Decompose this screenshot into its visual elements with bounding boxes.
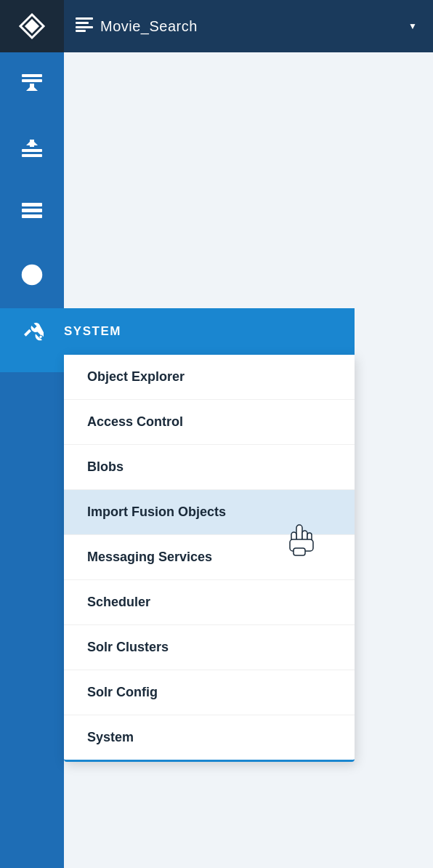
- solr-clusters-label: Solr Clusters: [87, 640, 169, 655]
- svg-rect-2: [76, 17, 93, 20]
- menu-lines-icon: [76, 17, 93, 32]
- dropdown-arrow-icon: ▼: [408, 21, 417, 31]
- messaging-services-label: Messaging Services: [87, 550, 212, 565]
- menu-item-messaging-services[interactable]: Messaging Services: [64, 535, 355, 580]
- menu-item-import-fusion-objects[interactable]: Import Fusion Objects: [64, 490, 355, 535]
- svg-rect-9: [30, 84, 34, 91]
- system-menu-label: SYSTEM: [64, 324, 121, 339]
- objects-icon: [19, 198, 45, 227]
- access-control-label: Access Control: [87, 414, 183, 430]
- system-menu-bar: SYSTEM: [0, 308, 355, 355]
- menu-item-blobs[interactable]: Blobs: [64, 445, 355, 490]
- menu-item-object-explorer[interactable]: Object Explorer: [64, 355, 355, 400]
- system-menu-icon-area: [0, 308, 64, 355]
- sidebar-item-objects[interactable]: [0, 180, 64, 244]
- object-explorer-label: Object Explorer: [87, 369, 185, 385]
- menu-item-scheduler[interactable]: Scheduler: [64, 580, 355, 625]
- import-fusion-objects-label: Import Fusion Objects: [87, 505, 226, 520]
- header-title-area: Movie_Search: [64, 17, 398, 36]
- svg-rect-13: [22, 154, 42, 157]
- menu-item-system[interactable]: System: [64, 715, 355, 760]
- svg-rect-15: [22, 209, 42, 212]
- menu-item-access-control[interactable]: Access Control: [64, 400, 355, 445]
- solr-config-label: Solr Config: [87, 685, 158, 700]
- svg-rect-11: [30, 140, 34, 147]
- sidebar-item-analytics[interactable]: [0, 244, 64, 308]
- svg-rect-5: [76, 30, 86, 32]
- logo-area[interactable]: [0, 0, 64, 52]
- svg-rect-7: [22, 79, 42, 82]
- dropdown-menu: Object Explorer Access Control Blobs Imp…: [64, 355, 355, 762]
- svg-rect-3: [76, 22, 89, 24]
- wrench-menu-icon: [20, 320, 44, 343]
- system-label: System: [87, 730, 134, 745]
- scheduler-label: Scheduler: [87, 595, 150, 610]
- svg-rect-12: [22, 149, 42, 152]
- header-title: Movie_Search: [100, 18, 198, 35]
- upload-layers-icon: [19, 134, 45, 163]
- sidebar-item-download[interactable]: [0, 52, 64, 116]
- sidebar: [0, 52, 64, 868]
- header-dropdown-button[interactable]: ▼: [398, 0, 427, 52]
- app-icon: [76, 17, 93, 36]
- header: Movie_Search ▼: [0, 0, 433, 52]
- download-layers-icon: [19, 70, 45, 99]
- menu-item-solr-clusters[interactable]: Solr Clusters: [64, 625, 355, 670]
- blobs-label: Blobs: [87, 459, 124, 475]
- svg-rect-6: [22, 74, 42, 77]
- logo-icon: [17, 12, 46, 41]
- svg-point-18: [31, 273, 34, 277]
- sidebar-item-upload[interactable]: [0, 116, 64, 180]
- svg-rect-4: [76, 26, 93, 28]
- analytics-icon: [19, 262, 45, 291]
- menu-item-solr-config[interactable]: Solr Config: [64, 670, 355, 715]
- svg-rect-16: [22, 214, 42, 218]
- svg-rect-14: [22, 203, 42, 206]
